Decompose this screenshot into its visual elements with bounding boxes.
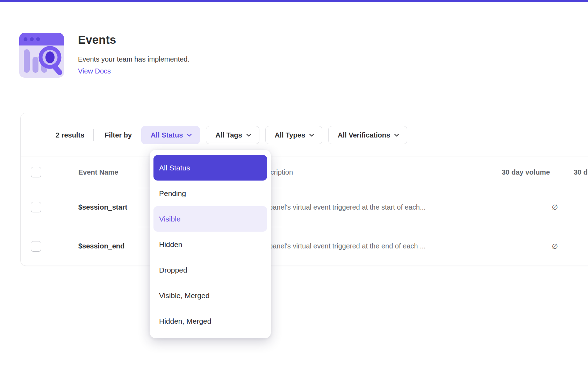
row-checkbox[interactable] — [31, 202, 41, 212]
chevron-down-icon — [246, 133, 251, 137]
column-header-30-day-volume[interactable]: 30 day volume — [472, 156, 550, 188]
dropdown-item-hidden-merged[interactable]: Hidden, Merged — [153, 308, 267, 334]
events-app-icon — [19, 33, 64, 78]
filter-all-verifications-label: All Verifications — [338, 131, 390, 139]
event-30-day-volume: ∅ — [472, 227, 558, 266]
filter-all-verifications[interactable]: All Verifications — [328, 126, 407, 144]
top-accent-bar — [0, 0, 588, 2]
chevron-down-icon — [394, 133, 399, 137]
page-subtitle: Events your team has implemented. — [78, 55, 189, 63]
dropdown-item-pending[interactable]: Pending — [153, 181, 267, 206]
dropdown-item-dropped[interactable]: Dropped — [153, 257, 267, 283]
toolbar-divider — [93, 129, 94, 141]
column-header-truncated[interactable]: 30 d — [574, 156, 588, 188]
event-description: Mixpanel's virtual event triggered at th… — [258, 188, 489, 227]
results-count: 2 results — [56, 131, 84, 139]
filter-all-tags[interactable]: All Tags — [206, 126, 259, 144]
row-checkbox-cell — [31, 227, 41, 266]
filter-all-types-label: All Types — [275, 131, 305, 139]
events-table-card: 2 results Filter by All Status All Tags … — [20, 113, 588, 266]
row-checkbox[interactable] — [31, 241, 41, 252]
chevron-down-icon — [187, 133, 192, 137]
view-docs-link[interactable]: View Docs — [78, 67, 111, 75]
table-row[interactable]: $session_end Mixpanel's virtual event tr… — [21, 227, 588, 266]
dropdown-item-visible[interactable]: Visible — [153, 206, 267, 232]
filter-by-label: Filter by — [105, 131, 132, 139]
select-all-cell — [31, 156, 41, 188]
event-30-day-volume: ∅ — [472, 188, 558, 227]
dropdown-item-all-status[interactable]: All Status — [153, 155, 267, 181]
table-header-row: Event Name Description 30 day volume 30 … — [21, 156, 588, 188]
filter-all-status[interactable]: All Status — [141, 126, 200, 144]
select-all-checkbox[interactable] — [31, 167, 41, 177]
filter-all-tags-label: All Tags — [215, 131, 242, 139]
page-title: Events — [78, 33, 116, 47]
dropdown-item-hidden[interactable]: Hidden — [153, 232, 267, 257]
status-filter-dropdown: All Status Pending Visible Hidden Droppe… — [150, 150, 271, 338]
filter-toolbar: 2 results Filter by All Status All Tags … — [56, 126, 407, 144]
chevron-down-icon — [309, 133, 314, 137]
dropdown-item-visible-merged[interactable]: Visible, Merged — [153, 283, 267, 308]
column-header-description[interactable]: Description — [258, 156, 489, 188]
filter-all-status-label: All Status — [151, 131, 183, 139]
row-checkbox-cell — [31, 188, 41, 227]
event-description: Mixpanel's virtual event triggered at th… — [258, 227, 489, 266]
filter-all-types[interactable]: All Types — [265, 126, 322, 144]
table-row[interactable]: $session_start Mixpanel's virtual event … — [21, 188, 588, 227]
events-page: Events Events your team has implemented.… — [0, 0, 588, 366]
